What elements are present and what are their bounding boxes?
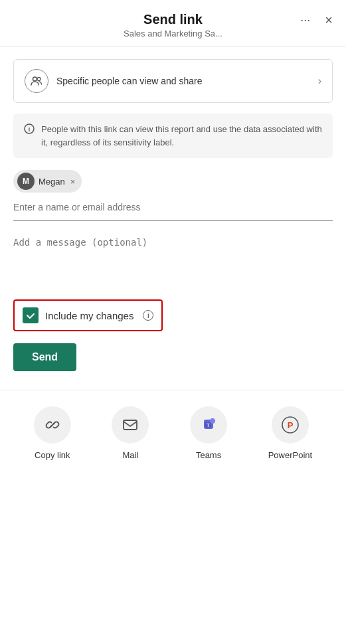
- recipient-chip: M Megan ×: [13, 170, 82, 193]
- copy-link-label: Copy link: [35, 450, 70, 460]
- svg-point-0: [33, 77, 37, 81]
- mail-label: Mail: [123, 450, 139, 460]
- email-input[interactable]: [13, 198, 333, 216]
- mail-icon-wrap: [112, 406, 149, 443]
- info-box: i People with this link can view this re…: [13, 114, 333, 158]
- teams-icon: T T: [199, 415, 218, 435]
- svg-text:P: P: [288, 420, 294, 430]
- svg-point-1: [37, 78, 41, 81]
- include-changes-row: Include my changes i: [13, 299, 163, 331]
- teams-label: Teams: [196, 450, 221, 460]
- checkmark-icon: [26, 311, 35, 320]
- include-changes-info-icon[interactable]: i: [143, 310, 153, 321]
- recipient-avatar: M: [17, 173, 35, 190]
- more-options-button[interactable]: ···: [298, 13, 313, 27]
- permission-left: Specific people can view and share: [25, 69, 202, 93]
- powerpoint-icon: P: [281, 416, 300, 434]
- dialog-content: Specific people can view and share › i P…: [0, 47, 346, 390]
- mail-icon: [122, 416, 139, 434]
- recipient-remove-button[interactable]: ×: [70, 177, 76, 187]
- copy-link-icon: [44, 416, 61, 434]
- mail-option[interactable]: Mail: [112, 406, 149, 460]
- svg-rect-4: [124, 420, 137, 430]
- recipients-area: M Megan ×: [13, 170, 333, 193]
- permission-icon: [25, 69, 48, 93]
- svg-text:i: i: [29, 126, 31, 133]
- include-changes-label: Include my changes: [45, 310, 133, 321]
- dialog-subtitle: Sales and Marketing Sa...: [124, 29, 222, 39]
- info-text: People with this link can view this repo…: [41, 123, 322, 149]
- email-input-wrap: [13, 198, 333, 221]
- include-changes-checkbox[interactable]: [23, 307, 39, 323]
- share-options-bar: Copy link Mail T T Teams: [0, 390, 346, 479]
- send-button[interactable]: Send: [13, 343, 76, 371]
- svg-text:T: T: [207, 423, 210, 428]
- message-input[interactable]: [13, 232, 333, 285]
- teams-option[interactable]: T T Teams: [190, 406, 227, 460]
- teams-icon-wrap: T T: [190, 406, 227, 443]
- powerpoint-icon-wrap: P: [272, 406, 309, 443]
- powerpoint-option[interactable]: P PowerPoint: [268, 406, 312, 460]
- permission-text: Specific people can view and share: [56, 76, 202, 86]
- recipient-name: Megan: [39, 177, 65, 187]
- info-icon: i: [24, 123, 35, 149]
- dialog-header: Send link Sales and Marketing Sa... ··· …: [0, 0, 346, 47]
- close-button[interactable]: ×: [322, 12, 335, 28]
- powerpoint-label: PowerPoint: [268, 450, 312, 460]
- permission-selector[interactable]: Specific people can view and share ›: [13, 59, 333, 103]
- copy-link-option[interactable]: Copy link: [34, 406, 71, 460]
- people-icon: [30, 74, 43, 88]
- dialog-title: Send link: [143, 12, 203, 27]
- copy-link-icon-wrap: [34, 406, 71, 443]
- chevron-right-icon: ›: [318, 75, 321, 87]
- header-actions: ··· ×: [298, 12, 335, 28]
